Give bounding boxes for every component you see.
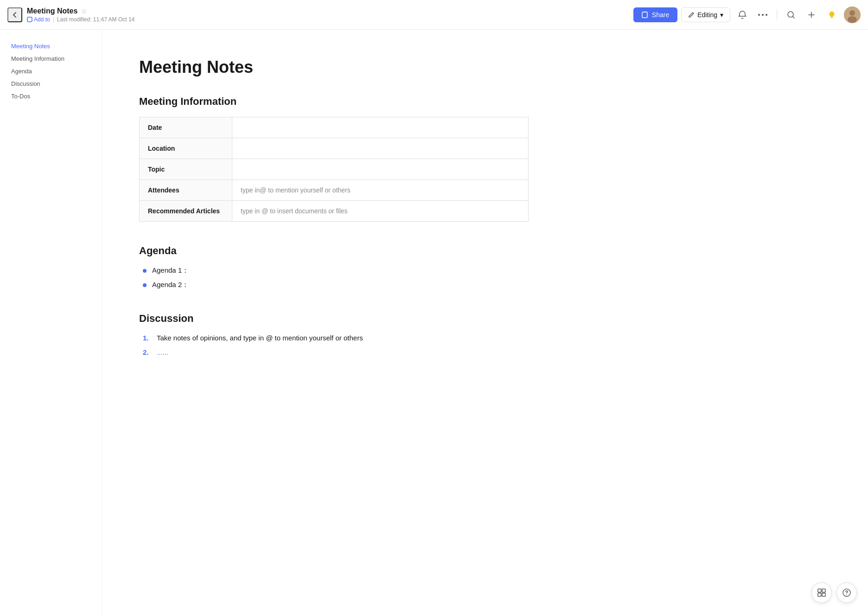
bottom-toolbar [811, 582, 857, 603]
list-item[interactable]: Agenda 2： [143, 281, 529, 289]
svg-point-15 [846, 595, 847, 595]
agenda-title: Agenda [139, 245, 529, 257]
table-label: Topic [140, 159, 232, 180]
sidebar-toc: Meeting NotesMeeting InformationAgendaDi… [0, 30, 102, 614]
table-label: Location [140, 138, 232, 159]
table-row: Date [140, 117, 529, 138]
list-text: ...... [157, 348, 168, 356]
svg-point-3 [762, 14, 764, 16]
back-button[interactable] [7, 7, 22, 22]
table-row: Location [140, 138, 529, 159]
table-value[interactable]: type in@ to mention yourself or others [232, 180, 529, 201]
bullet-dot [143, 269, 147, 273]
more-button[interactable] [754, 6, 771, 23]
bullet-dot [143, 283, 147, 287]
table-row: Recommended Articlestype in @ to insert … [140, 201, 529, 222]
bulb-button[interactable] [823, 6, 840, 23]
table-value[interactable] [232, 138, 529, 159]
last-modified: Last modified: 11:47 AM Oct 14 [57, 16, 134, 23]
svg-point-2 [758, 14, 760, 16]
svg-rect-12 [818, 593, 821, 596]
list-item[interactable]: 1.Take notes of opinions, and type in @ … [143, 334, 529, 342]
discussion-title: Discussion [139, 313, 529, 325]
table-value[interactable]: type in @ to insert documents or files [232, 201, 529, 222]
meta-divider: | [53, 16, 54, 23]
bell-button[interactable] [734, 6, 751, 23]
discussion-section: Discussion 1.Take notes of opinions, and… [139, 313, 529, 356]
agenda-text: Agenda 2： [152, 281, 189, 289]
header-left: Meeting Notes ☆ Add to | Last modified: … [7, 7, 628, 23]
add-button[interactable] [803, 6, 820, 23]
svg-point-4 [766, 14, 767, 16]
table-row: Topic [140, 159, 529, 180]
svg-rect-10 [818, 589, 821, 592]
doc-meta: Add to | Last modified: 11:47 AM Oct 14 [27, 16, 134, 23]
help-button[interactable] [836, 582, 857, 603]
svg-rect-0 [27, 17, 32, 22]
svg-rect-1 [642, 12, 647, 18]
svg-rect-11 [822, 589, 825, 592]
toc-item[interactable]: Discussion [7, 78, 94, 89]
toc-item[interactable]: To-Dos [7, 91, 94, 102]
doc-title-area: Meeting Notes ☆ Add to | Last modified: … [27, 7, 134, 23]
table-value[interactable] [232, 159, 529, 180]
list-number: 1. [143, 334, 152, 342]
discussion-list: 1.Take notes of opinions, and type in @ … [139, 334, 529, 356]
svg-point-9 [848, 16, 857, 23]
table-label: Date [140, 117, 232, 138]
agenda-section: Agenda Agenda 1：Agenda 2： [139, 245, 529, 289]
template-button[interactable] [811, 582, 832, 603]
share-button[interactable]: Share [633, 7, 677, 22]
main-content: Meeting Notes Meeting Information Date L… [102, 30, 566, 614]
avatar[interactable] [844, 6, 861, 23]
doc-title: Meeting Notes [27, 7, 77, 15]
meeting-information-section: Meeting Information Date Location Topic … [139, 96, 529, 222]
table-label: Attendees [140, 180, 232, 201]
toc-item[interactable]: Meeting Notes [7, 41, 94, 51]
header-divider [777, 9, 777, 20]
page-title: Meeting Notes [139, 58, 529, 77]
table-value[interactable] [232, 117, 529, 138]
header-right: Share Editing ▾ [633, 6, 861, 23]
chevron-down-icon: ▾ [720, 11, 723, 19]
svg-point-8 [849, 10, 855, 16]
agenda-text: Agenda 1： [152, 266, 189, 275]
list-item[interactable]: Agenda 1： [143, 266, 529, 275]
editing-button[interactable]: Editing ▾ [681, 7, 730, 22]
list-item[interactable]: 2....... [143, 348, 529, 356]
layout: Meeting NotesMeeting InformationAgendaDi… [0, 30, 868, 614]
star-icon[interactable]: ☆ [81, 7, 87, 15]
doc-title-row: Meeting Notes ☆ [27, 7, 134, 15]
svg-rect-13 [822, 593, 825, 596]
header: Meeting Notes ☆ Add to | Last modified: … [0, 0, 868, 30]
search-button[interactable] [783, 6, 799, 23]
agenda-list: Agenda 1：Agenda 2： [139, 266, 529, 289]
table-row: Attendeestype in@ to mention yourself or… [140, 180, 529, 201]
table-label: Recommended Articles [140, 201, 232, 222]
list-text: Take notes of opinions, and type in @ to… [157, 334, 363, 342]
toc-item[interactable]: Meeting Information [7, 53, 94, 64]
list-number: 2. [143, 348, 152, 356]
add-to-link[interactable]: Add to [27, 16, 50, 23]
meeting-information-title: Meeting Information [139, 96, 529, 108]
toc-item[interactable]: Agenda [7, 66, 94, 77]
meeting-info-table: Date Location Topic Attendeestype in@ to… [139, 117, 529, 222]
